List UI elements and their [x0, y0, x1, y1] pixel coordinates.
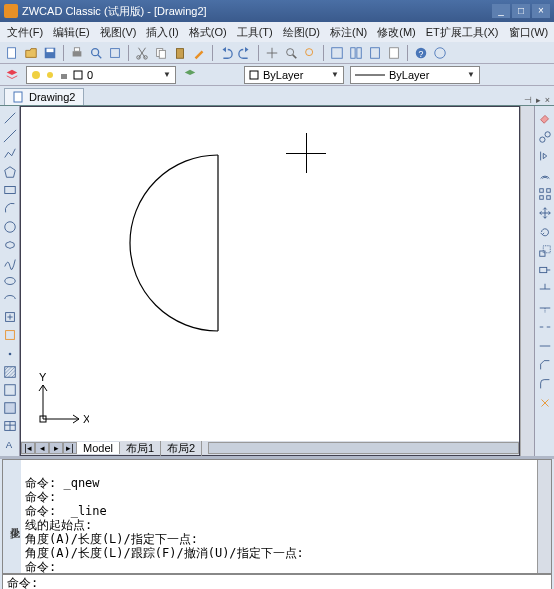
- chamfer-icon[interactable]: [537, 357, 553, 373]
- rectangle-icon[interactable]: [2, 183, 18, 198]
- layer-combo[interactable]: 0 ▼: [26, 66, 176, 84]
- copy-obj-icon[interactable]: [537, 129, 553, 145]
- print-icon[interactable]: [69, 45, 85, 61]
- save-icon[interactable]: [42, 45, 58, 61]
- explode-icon[interactable]: [537, 395, 553, 411]
- calc-icon[interactable]: [386, 45, 402, 61]
- break-icon[interactable]: [537, 319, 553, 335]
- zoom-icon[interactable]: [283, 45, 299, 61]
- svg-point-9: [144, 55, 148, 59]
- help-icon[interactable]: ?: [413, 45, 429, 61]
- tab-nav-first[interactable]: |◂: [21, 442, 35, 454]
- spline-icon[interactable]: [2, 255, 18, 270]
- menu-file[interactable]: 文件(F): [2, 23, 48, 42]
- layout2-tab[interactable]: 布局2: [161, 441, 202, 456]
- dropdown-icon[interactable]: ▸: [536, 95, 541, 105]
- ellipse-arc-icon[interactable]: [2, 292, 18, 307]
- polygon-icon[interactable]: [2, 164, 18, 179]
- tab-close-icon[interactable]: ×: [545, 95, 550, 105]
- menu-dim[interactable]: 标注(N): [325, 23, 372, 42]
- menu-modify[interactable]: 修改(M): [372, 23, 421, 42]
- circle-icon[interactable]: [2, 219, 18, 234]
- layer-manager-icon[interactable]: [4, 67, 20, 83]
- tool-palettes-icon[interactable]: [367, 45, 383, 61]
- ellipse-icon[interactable]: [2, 273, 18, 288]
- menu-et[interactable]: ET扩展工具(X): [421, 23, 504, 42]
- polyline-icon[interactable]: [2, 146, 18, 161]
- fillet-icon[interactable]: [537, 376, 553, 392]
- join-icon[interactable]: [537, 338, 553, 354]
- copy-icon[interactable]: [153, 45, 169, 61]
- new-icon[interactable]: [4, 45, 20, 61]
- move-icon[interactable]: [537, 205, 553, 221]
- tab-nav-last[interactable]: ▸|: [63, 442, 77, 454]
- svg-rect-28: [250, 71, 258, 79]
- make-block-icon[interactable]: [2, 328, 18, 343]
- menu-edit[interactable]: 编辑(E): [48, 23, 95, 42]
- svg-rect-20: [390, 47, 399, 58]
- paste-icon[interactable]: [172, 45, 188, 61]
- scale-icon[interactable]: [537, 243, 553, 259]
- menu-window[interactable]: 窗口(W): [504, 23, 554, 42]
- command-input-row[interactable]: 命令:: [2, 574, 552, 589]
- menu-draw[interactable]: 绘图(D): [278, 23, 325, 42]
- minimize-button[interactable]: _: [492, 4, 510, 18]
- mirror-icon[interactable]: [537, 148, 553, 164]
- zoom-prev-icon[interactable]: [302, 45, 318, 61]
- xline-icon[interactable]: [2, 128, 18, 143]
- cut-icon[interactable]: [134, 45, 150, 61]
- h-scrollbar[interactable]: [208, 442, 519, 454]
- point-icon[interactable]: [2, 346, 18, 361]
- array-icon[interactable]: [537, 186, 553, 202]
- publish-icon[interactable]: [107, 45, 123, 61]
- region-icon[interactable]: [2, 401, 18, 416]
- pan-icon[interactable]: [264, 45, 280, 61]
- command-prompt: 命令:: [7, 575, 38, 590]
- pin-icon[interactable]: ⊣: [524, 95, 532, 105]
- offset-icon[interactable]: [537, 167, 553, 183]
- canvas[interactable]: Y X: [21, 107, 519, 441]
- table-icon[interactable]: [2, 419, 18, 434]
- info-icon[interactable]: [432, 45, 448, 61]
- color-combo[interactable]: ByLayer ▼: [244, 66, 344, 84]
- insert-block-icon[interactable]: [2, 310, 18, 325]
- layout1-tab[interactable]: 布局1: [120, 441, 161, 456]
- design-center-icon[interactable]: [348, 45, 364, 61]
- redo-icon[interactable]: [237, 45, 253, 61]
- maximize-button[interactable]: □: [512, 4, 530, 18]
- open-icon[interactable]: [23, 45, 39, 61]
- match-icon[interactable]: [191, 45, 207, 61]
- tab-nav-prev[interactable]: ◂: [35, 442, 49, 454]
- props-icon[interactable]: [329, 45, 345, 61]
- drawing-area[interactable]: Y X |◂ ◂ ▸ ▸| Model 布局1: [20, 106, 520, 456]
- svg-rect-34: [5, 187, 16, 194]
- doc-tab-drawing2[interactable]: Drawing2: [4, 88, 84, 105]
- cmd-scrollbar[interactable]: [537, 460, 551, 573]
- menu-format[interactable]: 格式(O): [184, 23, 232, 42]
- line-sample-icon: [355, 72, 385, 78]
- close-button[interactable]: ×: [532, 4, 550, 18]
- linetype-combo[interactable]: ByLayer ▼: [350, 66, 480, 84]
- menu-tools[interactable]: 工具(T): [232, 23, 278, 42]
- model-tab[interactable]: Model: [77, 442, 120, 454]
- layer-prev-icon[interactable]: [182, 67, 198, 83]
- line-icon[interactable]: [2, 110, 18, 125]
- mtext-icon[interactable]: A: [2, 437, 18, 452]
- command-text[interactable]: 命令: _qnew 命令: 命令: _line 线的起始点: 角度(A)/长度(…: [21, 460, 537, 573]
- gradient-icon[interactable]: [2, 382, 18, 397]
- stretch-icon[interactable]: [537, 262, 553, 278]
- revcloud-icon[interactable]: [2, 237, 18, 252]
- arc-icon[interactable]: [2, 201, 18, 216]
- erase-icon[interactable]: [537, 110, 553, 126]
- trim-icon[interactable]: [537, 281, 553, 297]
- hatch-icon[interactable]: [2, 364, 18, 379]
- preview-icon[interactable]: [88, 45, 104, 61]
- undo-icon[interactable]: [218, 45, 234, 61]
- rotate-icon[interactable]: [537, 224, 553, 240]
- extend-icon[interactable]: [537, 300, 553, 316]
- menu-view[interactable]: 视图(V): [95, 23, 142, 42]
- tab-nav-next[interactable]: ▸: [49, 442, 63, 454]
- cmd-side-label[interactable]: 最少化: [3, 460, 21, 573]
- v-scrollbar[interactable]: [520, 106, 534, 456]
- menu-insert[interactable]: 插入(I): [141, 23, 183, 42]
